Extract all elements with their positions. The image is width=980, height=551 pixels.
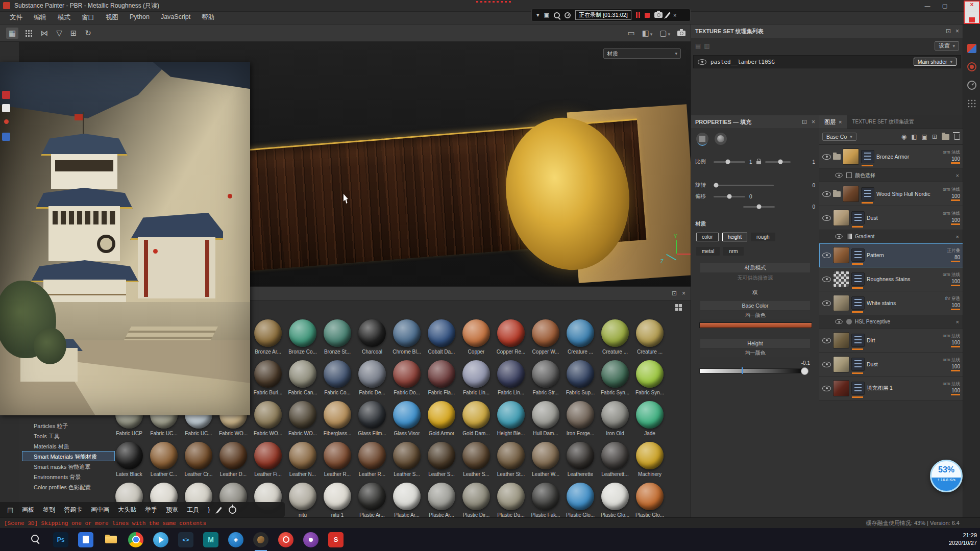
material-item[interactable]: Leather S... bbox=[389, 442, 424, 477]
reference-image-window[interactable] bbox=[0, 62, 250, 415]
visibility-toggle-icon[interactable] bbox=[822, 300, 831, 306]
maya-icon[interactable]: M bbox=[203, 532, 218, 547]
browser-compass-icon[interactable]: ◈ bbox=[228, 532, 243, 547]
material-item[interactable]: Chrome Bl... bbox=[389, 319, 424, 355]
material-item[interactable]: Bronze Ar... bbox=[251, 319, 285, 355]
material-item[interactable]: Leather S... bbox=[424, 442, 459, 477]
pen-icon[interactable] bbox=[665, 12, 671, 18]
region-icon[interactable]: ▣ bbox=[544, 12, 549, 18]
channel-toggle-rough[interactable]: rough bbox=[751, 233, 775, 241]
material-item[interactable]: Glass Film... bbox=[355, 401, 389, 436]
material-item[interactable]: Leather D... bbox=[216, 442, 251, 477]
render-mode-icon[interactable]: ▭ bbox=[627, 29, 634, 38]
add-effect-icon[interactable]: ◉ bbox=[901, 133, 906, 140]
channel-toggle-color[interactable]: color bbox=[696, 233, 719, 241]
sphere-preview-icon[interactable] bbox=[715, 133, 727, 145]
reference-tool-icon[interactable] bbox=[4, 119, 9, 124]
material-item[interactable]: Machinery bbox=[632, 442, 667, 477]
scale-slider[interactable] bbox=[714, 161, 745, 163]
substance-painter-icon[interactable] bbox=[253, 532, 268, 547]
layer-row[interactable]: Roughness Stainsorm 法线100 bbox=[819, 267, 963, 291]
shelf-category[interactable]: Color profiles 色彩配置 bbox=[22, 482, 115, 492]
material-item[interactable]: Plastic Ar... bbox=[389, 483, 424, 518]
visibility-toggle-icon[interactable] bbox=[822, 253, 831, 258]
shelf-category[interactable]: Particles 粒子 bbox=[22, 420, 115, 431]
material-item[interactable]: Cobalt Da... bbox=[424, 319, 459, 355]
visibility-toggle-icon[interactable] bbox=[835, 173, 842, 178]
dots-grid-icon[interactable] bbox=[25, 30, 32, 37]
base-color-swatch[interactable] bbox=[699, 322, 812, 328]
file-explorer-icon[interactable] bbox=[103, 532, 118, 547]
screen-recorder-icon[interactable] bbox=[278, 532, 293, 547]
overlay-stop-icon[interactable] bbox=[969, 17, 975, 22]
overlay-close-icon[interactable]: × bbox=[970, 2, 973, 7]
material-item[interactable]: Fiberglass... bbox=[320, 401, 355, 436]
layer-effect-row[interactable]: 颜色选择× bbox=[819, 169, 963, 182]
menu-item[interactable]: JavaScript bbox=[155, 13, 196, 20]
material-item[interactable]: Fabric Can... bbox=[285, 360, 320, 395]
visibility-toggle-icon[interactable] bbox=[822, 215, 831, 221]
chrome-icon[interactable] bbox=[128, 532, 143, 547]
minimize-button[interactable]: — bbox=[919, 0, 936, 11]
add-mask-icon[interactable]: ◧ bbox=[911, 133, 917, 140]
close-panel-icon[interactable]: × bbox=[682, 290, 685, 297]
pause-icon[interactable] bbox=[636, 12, 640, 18]
material-item[interactable]: Leatherette bbox=[563, 442, 598, 477]
settings-button[interactable]: 设置▾ bbox=[935, 41, 959, 51]
chevron-down-icon[interactable]: ▾ bbox=[536, 12, 540, 18]
brace-tool[interactable]: } bbox=[208, 506, 210, 513]
list-view-icon[interactable]: ▤ bbox=[695, 42, 701, 49]
menu-item[interactable]: 文件 bbox=[4, 13, 28, 22]
material-item[interactable]: Fabric Str... bbox=[528, 360, 563, 395]
material-item[interactable]: Plastic Glo... bbox=[563, 483, 598, 518]
recorder-overlay-widget[interactable]: × bbox=[964, 1, 980, 24]
material-item[interactable]: nitu 1 bbox=[320, 483, 355, 518]
material-item[interactable]: Fabric Co... bbox=[320, 360, 355, 395]
reference-tool-icon[interactable] bbox=[2, 91, 10, 99]
material-item[interactable]: Fabric Syn... bbox=[632, 360, 667, 395]
material-item[interactable]: Fabric Do... bbox=[389, 360, 424, 395]
material-item[interactable]: Leather Cr... bbox=[181, 442, 216, 477]
power-icon[interactable] bbox=[229, 506, 236, 514]
symmetry-icon[interactable]: ⋈ bbox=[40, 29, 48, 38]
trash-icon[interactable] bbox=[954, 134, 960, 140]
material-item[interactable]: Leather St... bbox=[494, 442, 528, 477]
search-button[interactable] bbox=[28, 532, 43, 547]
taskbar-clock[interactable]: 21:29 2020/10/27 bbox=[949, 532, 977, 547]
material-item[interactable]: Plastic Fak... bbox=[528, 483, 563, 518]
add-paint-icon[interactable]: ⊞ bbox=[932, 133, 937, 140]
rotation-slider[interactable] bbox=[714, 185, 774, 186]
menu-item[interactable]: 窗口 bbox=[76, 13, 100, 22]
detail-view-icon[interactable]: ▥ bbox=[704, 42, 709, 49]
material-item[interactable]: Plastic Ar... bbox=[355, 483, 389, 518]
material-item[interactable]: Leather Fi... bbox=[251, 442, 285, 477]
remove-effect-icon[interactable]: × bbox=[956, 172, 959, 179]
visibility-toggle-icon[interactable] bbox=[822, 338, 831, 343]
material-item[interactable]: Plastic Glo... bbox=[632, 483, 667, 518]
material-item[interactable]: Glass Visor bbox=[389, 401, 424, 436]
material-item[interactable]: Copper bbox=[459, 319, 494, 355]
close-panel-icon[interactable]: × bbox=[955, 28, 959, 35]
menu-item[interactable]: 模式 bbox=[52, 13, 76, 22]
expand-panel-icon[interactable]: ⊡ bbox=[672, 290, 677, 297]
menu-item[interactable]: 视图 bbox=[100, 13, 124, 22]
visibility-toggle-icon[interactable] bbox=[698, 59, 706, 65]
material-item[interactable]: Leather N... bbox=[285, 442, 320, 477]
material-item[interactable]: Fabric De... bbox=[355, 360, 389, 395]
channel-toggle-metal[interactable]: metal bbox=[696, 247, 720, 256]
annotation-tab[interactable]: 签到 bbox=[43, 506, 55, 514]
reload-shaders-icon[interactable]: ↻ bbox=[85, 29, 91, 38]
shelf-category[interactable]: Smart masks 智能遮罩 bbox=[22, 461, 115, 471]
capture-window-icon[interactable] bbox=[967, 44, 976, 53]
material-item[interactable]: nitu bbox=[285, 483, 320, 518]
material-item[interactable]: Iron Forge... bbox=[563, 401, 598, 436]
menu-list-icon[interactable]: ▤ bbox=[7, 506, 13, 514]
code-editor-icon[interactable]: <> bbox=[178, 532, 193, 547]
layer-row[interactable]: Wood Ship Hull Nordicorm 法线100 bbox=[819, 182, 963, 206]
layer-row[interactable]: Dustorm 法线100 bbox=[819, 353, 963, 377]
history-clock-icon[interactable] bbox=[967, 81, 976, 90]
material-item[interactable]: Height Ble... bbox=[494, 401, 528, 436]
material-item[interactable]: Leather R... bbox=[355, 442, 389, 477]
layer-row[interactable]: Dustorm 法线100 bbox=[819, 206, 963, 230]
display-settings-icon[interactable]: ▢▾ bbox=[659, 29, 670, 38]
